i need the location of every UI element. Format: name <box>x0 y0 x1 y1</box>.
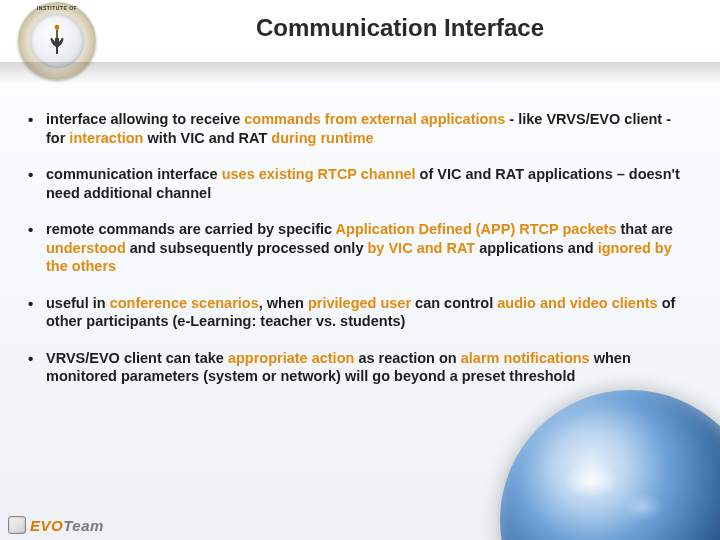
body-text: and subsequently processed only <box>126 240 368 256</box>
bullet-item: useful in conference scenarios, when pri… <box>24 294 680 331</box>
highlight-text: interaction <box>69 130 143 146</box>
body-text: can control <box>411 295 497 311</box>
bullet-list: interface allowing to receive commands f… <box>24 110 680 386</box>
footer-evo: EVO <box>30 517 63 534</box>
highlight-text: conference scenarios <box>110 295 259 311</box>
logo-top-text: INSTITUTE OF <box>18 5 96 11</box>
body-text: interface allowing to receive <box>46 111 244 127</box>
footer-text: EVOTeam <box>30 517 104 534</box>
footer-logo: EVOTeam <box>8 516 104 534</box>
torch-hands-icon <box>45 24 69 58</box>
highlight-text: uses existing RTCP channel <box>222 166 416 182</box>
body-text: communication interface <box>46 166 222 182</box>
body-text: applications and <box>475 240 597 256</box>
bullet-item: remote commands are carried by specific … <box>24 220 680 276</box>
header: INSTITUTE OF Communication Interface <box>0 0 720 88</box>
content-area: interface allowing to receive commands f… <box>24 110 680 404</box>
bullet-item: communication interface uses existing RT… <box>24 165 680 202</box>
header-shadow <box>0 62 720 84</box>
slide: INSTITUTE OF Communication Interface int… <box>0 0 720 540</box>
highlight-text: audio and video clients <box>497 295 657 311</box>
body-text: , when <box>259 295 308 311</box>
footer-team: Team <box>63 517 104 534</box>
highlight-text: privileged user <box>308 295 411 311</box>
slide-title: Communication Interface <box>120 14 680 42</box>
highlight-text: by VIC and RAT <box>367 240 475 256</box>
logo-inner <box>30 14 84 68</box>
highlight-text: during runtime <box>271 130 373 146</box>
highlight-text: commands from external applications <box>244 111 505 127</box>
highlight-text: understood <box>46 240 126 256</box>
body-text: remote commands are carried by specific <box>46 221 336 237</box>
body-text: with VIC and RAT <box>143 130 271 146</box>
body-text: that are <box>617 221 673 237</box>
svg-rect-0 <box>56 30 58 38</box>
bullet-item: interface allowing to receive commands f… <box>24 110 680 147</box>
body-text: useful in <box>46 295 110 311</box>
globe-icon <box>500 390 720 540</box>
highlight-text: alarm notifications <box>461 350 590 366</box>
highlight-text: Application Defined (APP) RTCP packets <box>336 221 617 237</box>
body-text: VRVS/EVO client can take <box>46 350 228 366</box>
bullet-item: VRVS/EVO client can take appropriate act… <box>24 349 680 386</box>
footer-badge-icon <box>8 516 26 534</box>
body-text: as reaction on <box>354 350 460 366</box>
highlight-text: appropriate action <box>228 350 355 366</box>
